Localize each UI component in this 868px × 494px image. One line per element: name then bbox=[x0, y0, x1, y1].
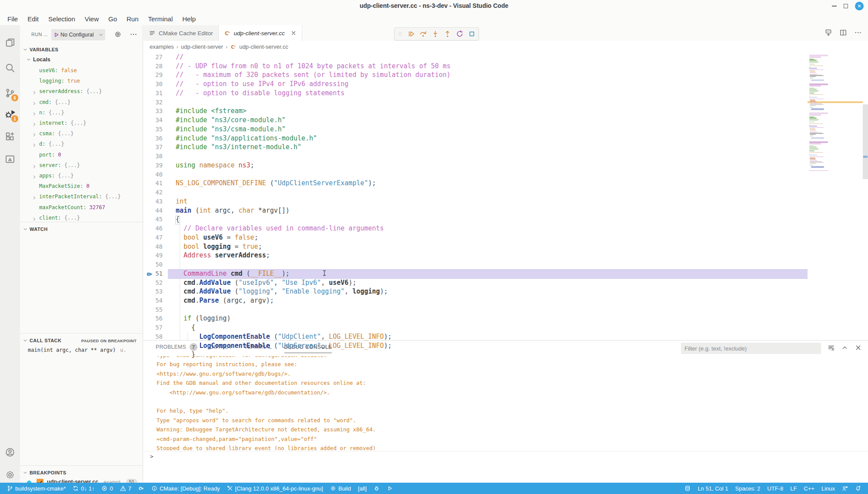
chevron-right-icon[interactable] bbox=[32, 174, 37, 180]
variable-row[interactable]: serverAddress: {...} bbox=[20, 88, 143, 98]
variable-row[interactable]: interPacketInterval: {...} bbox=[20, 194, 143, 203]
code-line[interactable]: 39using namespace ns3; bbox=[144, 161, 868, 170]
code-line[interactable]: 28// - UDP flow from n0 to n1 of 1024 by… bbox=[144, 62, 868, 71]
status-item[interactable] bbox=[383, 483, 396, 494]
chevron-right-icon[interactable] bbox=[32, 111, 37, 117]
line-number[interactable]: 43 bbox=[144, 198, 163, 205]
variable-row[interactable]: apps: {...} bbox=[20, 173, 143, 182]
line-number[interactable]: 36 bbox=[144, 135, 163, 142]
debug-more-actions-icon[interactable] bbox=[130, 30, 137, 38]
line-number[interactable]: 40 bbox=[144, 171, 163, 178]
tab-cmake-cache-editor[interactable]: CMake Cache Editor bbox=[144, 25, 219, 41]
menu-item-view[interactable]: View bbox=[80, 15, 103, 23]
line-number[interactable]: 47 bbox=[144, 234, 163, 241]
line-number[interactable]: 27 bbox=[144, 53, 163, 60]
chevron-right-icon[interactable] bbox=[32, 217, 37, 222]
stack-frame-row[interactable]: main(int argc, char ** argv)u. bbox=[28, 347, 139, 353]
code-line[interactable]: 55 bbox=[144, 306, 868, 315]
status-item-cmake-debug-ready[interactable]: CMake: [Debug]: Ready bbox=[148, 483, 224, 494]
line-number[interactable]: 44 bbox=[144, 207, 163, 214]
status-item-lf[interactable]: LF bbox=[787, 483, 800, 494]
code-line[interactable]: 57 { bbox=[144, 324, 868, 333]
tab-udp-client-server[interactable]: C+ udp-client-server.cc bbox=[219, 25, 302, 41]
menu-item-run[interactable]: Run bbox=[122, 15, 144, 23]
code-line[interactable]: 36#include "ns3/applications-module.h" bbox=[144, 134, 868, 144]
code-line[interactable]: 49 Address serverAddress; bbox=[144, 251, 868, 260]
status-item[interactable] bbox=[681, 483, 694, 494]
line-number[interactable]: 37 bbox=[144, 144, 163, 150]
code-line[interactable]: 51 CommandLine cmd (__FILE__); bbox=[144, 270, 868, 279]
code-line[interactable]: 40 bbox=[144, 170, 868, 180]
code-line[interactable]: 41NS_LOG_COMPONENT_DEFINE ("UdpClientSer… bbox=[144, 179, 868, 188]
status-item-all[interactable]: [all] bbox=[354, 483, 370, 494]
debug-settings-gear-icon[interactable] bbox=[114, 30, 122, 38]
minimize-icon[interactable] bbox=[832, 6, 837, 7]
code-line[interactable]: 44main (int argc, char *argv[]) bbox=[144, 207, 868, 216]
line-number[interactable]: 31 bbox=[144, 90, 163, 97]
menu-item-go[interactable]: Go bbox=[103, 15, 122, 23]
line-number[interactable]: 54 bbox=[144, 297, 163, 304]
variable-row[interactable]: maxPacketCount: 32767 bbox=[20, 204, 143, 214]
line-number[interactable]: 39 bbox=[144, 162, 163, 169]
close-panel-icon[interactable] bbox=[855, 344, 862, 351]
menu-item-edit[interactable]: Edit bbox=[23, 15, 43, 23]
code-line[interactable]: 31// - option to disable logging stateme… bbox=[144, 89, 868, 98]
line-number[interactable]: 29 bbox=[144, 71, 163, 78]
code-line[interactable]: 27// bbox=[144, 53, 868, 62]
status-item[interactable] bbox=[838, 483, 851, 494]
sidebar-item-account[interactable] bbox=[0, 444, 20, 461]
menu-item-terminal[interactable]: Terminal bbox=[144, 15, 178, 23]
line-number[interactable]: 41 bbox=[144, 180, 163, 187]
status-item-c[interactable]: C++ bbox=[800, 483, 818, 494]
sidebar-item-source-control[interactable]: 6 bbox=[0, 84, 20, 102]
status-item-0-1[interactable]: 0↓ 1↑ bbox=[69, 483, 98, 494]
code-line[interactable]: 37#include "ns3/internet-module.h" bbox=[144, 143, 868, 152]
code-line[interactable]: 29// - maximum of 320 packets sent (or l… bbox=[144, 71, 868, 80]
variable-row[interactable]: n: {...} bbox=[20, 110, 143, 119]
variables-section-header[interactable]: VARIABLES bbox=[20, 45, 143, 54]
line-number[interactable]: 48 bbox=[144, 243, 163, 250]
line-number[interactable]: 49 bbox=[144, 252, 163, 259]
line-number[interactable]: 35 bbox=[144, 126, 163, 133]
code-line[interactable]: 56 if (logging) bbox=[144, 314, 868, 324]
maximize-panel-icon[interactable] bbox=[841, 344, 848, 351]
sidebar-item-extensions[interactable] bbox=[0, 128, 20, 145]
code-line[interactable]: 35#include "ns3/csma-module.h" bbox=[144, 125, 868, 134]
step-out-icon[interactable] bbox=[443, 29, 452, 39]
variable-row[interactable]: d: {...} bbox=[20, 141, 143, 150]
status-item[interactable] bbox=[370, 483, 383, 494]
status-item-utf-8[interactable]: UTF-8 bbox=[764, 483, 787, 494]
console-filter-input[interactable] bbox=[681, 343, 821, 354]
chevron-right-icon[interactable] bbox=[32, 90, 37, 95]
code-line[interactable]: 33#include <fstream> bbox=[144, 107, 868, 116]
watch-section-header[interactable]: WATCH bbox=[20, 224, 143, 234]
chevron-right-icon[interactable] bbox=[32, 143, 37, 148]
menu-item-help[interactable]: Help bbox=[177, 15, 200, 23]
maximize-icon[interactable] bbox=[844, 4, 848, 8]
line-number[interactable]: 28 bbox=[144, 63, 163, 70]
status-item[interactable] bbox=[851, 483, 865, 494]
breadcrumb-item[interactable]: udp-client-server.cc bbox=[239, 43, 288, 50]
code-line[interactable]: 48 bool logging = true; bbox=[144, 243, 868, 252]
sidebar-item-files[interactable] bbox=[0, 34, 20, 51]
chevron-right-icon[interactable] bbox=[32, 195, 37, 200]
locals-scope-row[interactable]: Locals bbox=[26, 57, 50, 63]
close-icon[interactable]: ✕ bbox=[855, 2, 864, 10]
more-actions-icon[interactable] bbox=[854, 29, 862, 37]
code-line[interactable]: 34#include "ns3/core-module.h" bbox=[144, 116, 868, 125]
status-item-spaces-2[interactable]: Spaces: 2 bbox=[732, 483, 764, 494]
breadcrumb-item[interactable]: udp-client-server bbox=[181, 43, 223, 50]
close-tab-icon[interactable] bbox=[290, 30, 297, 36]
debug-config-dropdown[interactable]: No Configural bbox=[51, 29, 105, 40]
line-number[interactable]: 38 bbox=[144, 153, 163, 160]
status-item-buildsystem-cmake[interactable]: buildsystem-cmake* bbox=[3, 483, 69, 494]
line-number[interactable]: 30 bbox=[144, 80, 163, 87]
stop-icon[interactable] bbox=[467, 29, 477, 39]
variable-row[interactable]: useV6: false bbox=[20, 67, 143, 77]
code-line[interactable]: 43int bbox=[144, 197, 868, 207]
code-line[interactable]: 50 bbox=[144, 260, 868, 270]
variable-row[interactable]: port: 0 bbox=[20, 152, 143, 161]
sidebar-item-run-debug[interactable]: 1 bbox=[0, 105, 20, 123]
status-item-clang-12-0-0-x86-64-pc-linux-gnu[interactable]: [Clang 12.0.0 x86_64-pc-linux-gnu] bbox=[224, 483, 327, 494]
console-input-row[interactable]: > bbox=[144, 451, 868, 451]
